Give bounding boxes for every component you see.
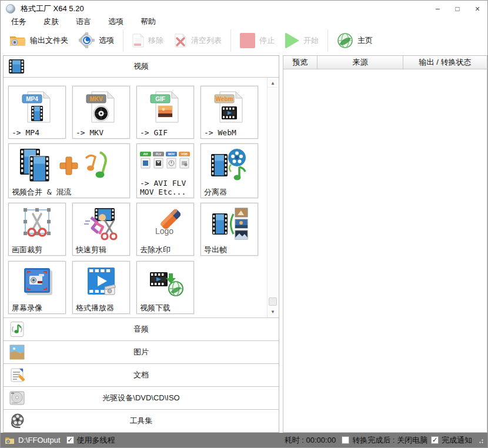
tile-to-mkv[interactable]: MKV -> MKV — [72, 86, 130, 139]
tile-crop[interactable]: 画面裁剪 — [8, 203, 66, 256]
tile-label: -> AVI FLV MOV Etc... — [140, 179, 192, 196]
tiles-scrollbar[interactable]: ▲ ▼ — [267, 78, 278, 317]
notify-checkbox[interactable]: ✓ — [431, 436, 439, 444]
menu-skin[interactable]: 皮肤 — [44, 16, 59, 27]
column-header-source[interactable]: 来源 — [317, 56, 403, 69]
tile-to-webm[interactable]: Webm -> WebM — [200, 86, 258, 139]
tile-label: 视频合并 & 混流 — [12, 188, 128, 196]
output-folder-button[interactable]: 输出文件夹 — [4, 29, 73, 52]
tile-video-merge-mux[interactable]: 视频合并 & 混流 — [8, 143, 130, 198]
clear-list-icon — [174, 34, 187, 48]
svg-text:MP4: MP4 — [26, 96, 38, 102]
svg-text:VOB: VOB — [181, 152, 188, 156]
output-folder-label: 输出文件夹 — [30, 35, 68, 46]
tile-label: 去除水印 — [140, 245, 192, 254]
section-label-rom-device: 光驱设备\DVD\CD\ISO — [102, 393, 179, 403]
section-label-video: 视频 — [4, 61, 279, 72]
scrollbar-thumb[interactable] — [269, 297, 277, 306]
toolbar-separator — [123, 29, 123, 52]
tile-to-avi-flv-mov[interactable]: AVI FLV MOV VOB — [136, 143, 194, 198]
section-label-picture: 图片 — [133, 347, 149, 357]
window-title: 格式工厂 X64 5.20 — [21, 4, 84, 14]
plus-icon — [60, 157, 78, 175]
stop-label: 停止 — [259, 35, 275, 46]
remove-label: 移除 — [148, 35, 163, 46]
resize-grip[interactable] — [477, 437, 483, 443]
column-header-preview[interactable]: 预览 — [283, 56, 317, 69]
tile-label: 格式播放器 — [76, 303, 128, 312]
options-label: 选项 — [99, 35, 114, 46]
tile-export-frames[interactable]: 导出帧 — [200, 203, 258, 256]
stop-button[interactable]: 停止 — [235, 29, 280, 52]
section-header-audio[interactable]: 音频 — [4, 317, 279, 340]
svg-text:GIF: GIF — [155, 96, 165, 102]
tile-video-download[interactable]: 视频下载 — [136, 261, 194, 314]
remove-button[interactable]: 移除 — [127, 29, 169, 52]
mp4-file-icon: MP4 — [21, 90, 54, 124]
app-logo-icon — [6, 4, 15, 14]
screen-record-icon — [19, 266, 55, 299]
tile-label: 画面裁剪 — [12, 245, 64, 254]
minimize-button[interactable]: − — [427, 1, 447, 16]
output-path[interactable]: D:\FFOutput — [18, 436, 61, 444]
video-tools-area: MP4 -> MP4 — [4, 78, 279, 317]
scroll-up-icon[interactable]: ▲ — [268, 79, 278, 88]
shutdown-label: 转换完成后 : 关闭电脑 — [352, 435, 427, 446]
menu-options[interactable]: 选项 — [108, 16, 123, 27]
tile-label: 导出帧 — [204, 245, 256, 254]
home-button[interactable]: 主页 — [332, 29, 378, 52]
tile-label: 视频下载 — [140, 303, 192, 312]
folder-icon — [9, 34, 26, 47]
tile-label: 分离器 — [204, 188, 256, 196]
video-download-icon — [146, 268, 184, 297]
menu-task[interactable]: 任务 — [11, 16, 26, 27]
tile-quick-clip[interactable]: 快速剪辑 — [72, 203, 130, 256]
svg-text:MOV: MOV — [168, 152, 175, 156]
stop-icon — [240, 33, 255, 48]
document-icon — [9, 367, 25, 383]
tile-remove-watermark[interactable]: Logo 去除水印 — [136, 203, 194, 256]
tile-to-mp4[interactable]: MP4 -> MP4 — [8, 86, 66, 139]
tile-label: -> MP4 — [12, 128, 64, 137]
section-label-toolset: 工具集 — [130, 416, 153, 426]
close-button[interactable]: × — [467, 1, 487, 16]
section-label-document: 文档 — [133, 370, 149, 380]
disc-drive-icon — [9, 390, 25, 406]
tile-screen-record[interactable]: 屏幕录像 — [8, 261, 66, 314]
video-merge-icon — [16, 148, 122, 184]
tile-label: -> WebM — [204, 128, 256, 137]
menu-language[interactable]: 语言 — [76, 16, 91, 27]
menu-bar: 任务 皮肤 语言 选项 帮助 — [1, 16, 487, 27]
start-button[interactable]: 开始 — [280, 29, 324, 52]
scroll-down-icon[interactable]: ▼ — [268, 307, 278, 316]
options-button[interactable]: 选项 — [73, 29, 119, 52]
queue-header: 预览 来源 输出 / 转换状态 — [283, 56, 487, 69]
webm-file-icon: Webm — [213, 90, 246, 124]
clear-list-button[interactable]: 清空列表 — [169, 29, 227, 52]
tile-to-gif[interactable]: GIF -> GIF — [136, 86, 194, 139]
start-label: 开始 — [303, 35, 319, 46]
gif-file-icon: GIF — [149, 90, 182, 124]
tile-splitter[interactable]: 分离器 — [200, 143, 258, 198]
queue-list[interactable] — [283, 69, 487, 432]
output-folder-small-icon — [5, 436, 15, 444]
section-header-rom-device[interactable]: 光驱设备\DVD\CD\ISO — [4, 386, 279, 409]
tile-label: -> GIF — [140, 128, 192, 137]
tile-label: -> MKV — [76, 128, 128, 137]
section-header-document[interactable]: 文档 — [4, 363, 279, 386]
tile-format-player[interactable]: 格式播放器 — [72, 261, 130, 314]
play-icon — [285, 32, 299, 49]
section-header-video[interactable]: 视频 — [4, 56, 279, 78]
notify-label: 完成通知 — [442, 435, 472, 446]
column-header-output-status[interactable]: 输出 / 转换状态 — [403, 56, 487, 69]
menu-help[interactable]: 帮助 — [141, 16, 156, 27]
mkv-file-icon: MKV — [85, 90, 118, 124]
maximize-button[interactable]: □ — [447, 1, 467, 16]
section-header-picture[interactable]: 图片 — [4, 340, 279, 363]
title-bar: 格式工厂 X64 5.20 − □ × — [1, 1, 487, 16]
section-header-toolset[interactable]: 工具集 — [4, 409, 279, 432]
tile-label: 屏幕录像 — [12, 303, 64, 312]
multithread-checkbox[interactable]: ✓ — [66, 436, 74, 444]
shutdown-checkbox[interactable] — [342, 436, 349, 444]
category-panel: 视频 MP4 — [3, 55, 279, 433]
